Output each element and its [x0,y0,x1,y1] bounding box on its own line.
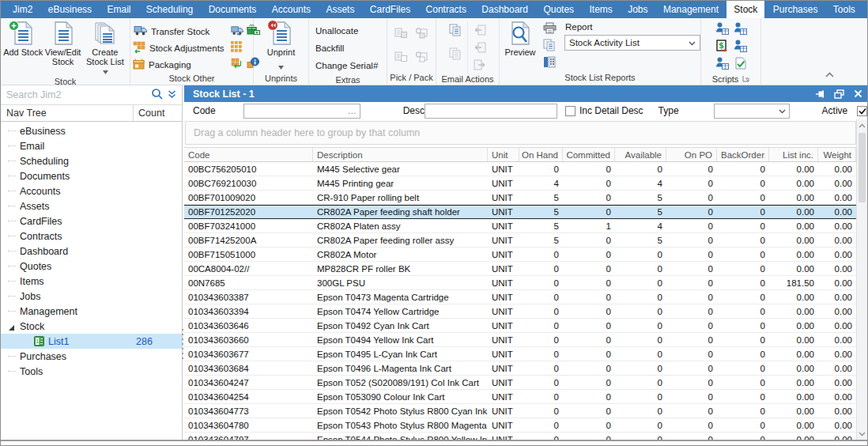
menubar-tab-ebusiness[interactable]: eBusiness [41,1,99,18]
table-row[interactable]: 010343603660Epson T0494 Yellow Ink CartU… [184,333,856,347]
code-filter-input[interactable] [244,105,345,116]
menubar-tab-documents[interactable]: Documents [202,1,264,18]
close-icon[interactable] [848,85,867,102]
table-row[interactable]: 00BF715051000CR802A MotorUNIT000000.000.… [184,248,856,262]
create-stock-list-button[interactable]: Create Stock List [83,20,127,76]
script-person-icon[interactable] [715,57,729,73]
desc-filter-input[interactable] [425,105,557,116]
table-row[interactable]: 010343604797Epson T0544 Photo Stylus R80… [184,433,856,440]
menubar-tab-scheduling[interactable]: Scheduling [139,1,200,18]
expand-arrow-icon[interactable] [8,323,15,334]
active-checkbox[interactable] [857,106,867,116]
menubar-tab-management[interactable]: Management [656,1,726,18]
menubar-tab-assets[interactable]: Assets [319,1,361,18]
scroll-up-icon[interactable] [857,119,867,131]
email-reply-icon[interactable] [470,21,489,39]
column-header-backorder[interactable]: BackOrder [717,148,769,161]
column-header-unit[interactable]: Unit [488,148,519,161]
copy-report-icon[interactable] [543,39,557,55]
scripts-dialog-launcher-icon[interactable] [742,74,749,84]
pick-stock-icon[interactable] [394,28,408,42]
menubar-tab-items[interactable]: Items [582,1,619,18]
menubar-tab-jobs[interactable]: Jobs [621,1,655,18]
nav-item-list1[interactable]: 1List1286 [1,334,182,349]
script-validate-icon[interactable] [734,57,746,73]
table-row[interactable]: 00N7685300GL PSUUNIT00000181.500.00 [184,276,856,290]
table-row[interactable]: 010343604247Epson T052 (S020089/191) Col… [184,376,856,390]
nav-item-jobs[interactable]: Jobs [1,289,182,304]
script-person-icon[interactable] [734,22,747,38]
print-icon[interactable] [543,22,557,37]
nav-item-stock[interactable]: Stock [1,319,182,334]
stock-adjustments-button[interactable]: Stock Adjustments [133,40,225,56]
splitter-handle[interactable] [180,329,185,362]
stocktake-grid-icon[interactable] [231,41,242,55]
nav-item-management[interactable]: Management [1,304,182,319]
table-row[interactable]: 00BF701009020CR-910 Paper rolling beltUN… [184,191,856,205]
search-input[interactable] [6,89,146,100]
pick-all-icon[interactable] [415,28,428,42]
script-person-icon[interactable] [715,22,729,38]
copy-to-email-icon[interactable] [446,21,465,39]
table-row[interactable]: 00BF703241000CR802A Platen assyUNIT51400… [184,219,856,233]
transfer-stock-button[interactable]: Transfer Stock [133,23,225,40]
scrollbar-track[interactable] [857,131,867,428]
inc-detail-desc-checkbox[interactable] [565,106,576,116]
group-by-panel[interactable]: Drag a column header here to group by th… [185,121,856,145]
menubar-tab-jim2[interactable]: Jim2 [6,1,40,18]
nav-item-scheduling[interactable]: Scheduling [1,153,182,168]
add-stock-button[interactable]: Add Stock [3,20,43,57]
unprint-button[interactable]: Unprint [261,20,302,73]
column-header-weight[interactable]: Weight [818,148,856,161]
table-row[interactable]: 010343604773Epson T0542 Photo Stylus R80… [184,404,856,418]
pin-icon[interactable] [810,85,829,102]
table-row[interactable]: 010343603646Epson T0492 Cyan Ink CartUNI… [184,319,856,333]
report-select[interactable]: Stock Activity List [564,35,700,51]
menubar-tab-stock[interactable]: Stock [726,1,764,18]
scroll-down-icon[interactable] [857,428,867,440]
count-column-header[interactable]: Count [134,105,182,121]
email-reply-all-icon[interactable] [470,39,489,56]
table-row[interactable]: 010343603387Epson T0473 Magenta Cartridg… [184,290,856,304]
stock-return-icon[interactable] [231,58,243,72]
table-row[interactable]: 00BF71425200ACR802A Paper feeding roller… [184,233,856,248]
table-row[interactable]: 00CA8004-02//MP828CR PF roller BKUNIT000… [184,262,856,276]
column-header-description[interactable]: Description [313,148,488,161]
column-header-code[interactable]: Code [184,148,313,161]
menubar-tab-quotes[interactable]: Quotes [536,1,581,18]
column-header-list_inc[interactable]: List inc. [769,148,818,161]
column-header-on_po[interactable]: On PO [666,148,717,161]
column-header-on_hand[interactable]: On Hand [519,148,563,161]
nav-item-email[interactable]: Email [1,138,182,153]
table-row[interactable]: 010343604254Epson T053090 Colour Ink Car… [184,390,856,404]
menubar-tab-dashboard[interactable]: Dashboard [474,1,535,18]
column-header-available[interactable]: Available [615,148,666,161]
table-row[interactable]: 010343604780Epson T0543 Photo Stylus R80… [184,418,856,433]
view-edit-stock-button[interactable]: View/Edit Stock [43,20,82,66]
menubar-tab-purchases[interactable]: Purchases [766,1,825,18]
menubar-tab-contracts[interactable]: Contracts [419,1,474,18]
export-list-icon[interactable] [543,56,557,71]
email-forward-icon[interactable] [470,56,489,74]
table-row[interactable]: 010343603684Epson T0496 L-Magenta Ink Ca… [184,361,856,376]
script-person-icon[interactable] [734,40,747,55]
table-row[interactable]: 010343603394Epson T0474 Yellow Cartridge… [184,304,856,319]
pack-stock-icon[interactable] [394,51,408,66]
extras-item-backfill[interactable]: Backfill [311,40,348,57]
nav-item-items[interactable]: Items [1,274,182,289]
transfer-multiple-icon[interactable] [230,25,243,39]
nav-item-assets[interactable]: Assets [1,198,182,214]
table-row[interactable]: 00BC769210030M445 Printing gearUNIT40400… [184,176,856,191]
nav-item-cardfiles[interactable]: CardFiles [1,214,182,229]
nav-item-contracts[interactable]: Contracts [1,229,182,244]
nav-item-documents[interactable]: Documents [1,168,182,183]
type-filter-select[interactable] [714,104,790,119]
vertical-scrollbar[interactable] [856,119,867,440]
menubar-tab-email[interactable]: Email [100,1,138,18]
script-price-update-icon[interactable]: $ [716,40,728,55]
preview-button[interactable]: Preview [502,20,538,71]
scrollbar-thumb[interactable] [859,133,866,202]
restore-window-icon[interactable] [829,85,848,102]
collapse-ribbon-button[interactable] [825,66,834,81]
menubar-tab-tools[interactable]: Tools [826,1,862,18]
